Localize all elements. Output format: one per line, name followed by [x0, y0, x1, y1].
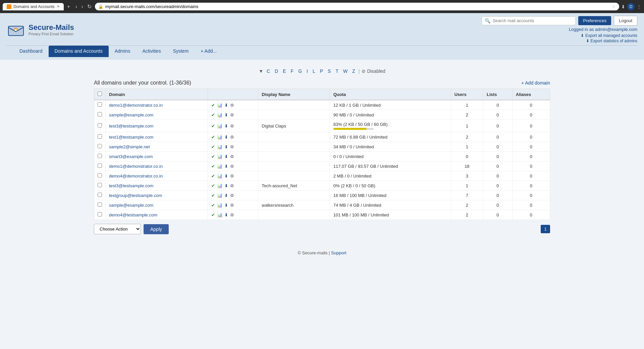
logout-button[interactable]: Logout — [614, 16, 637, 26]
action-gear-0[interactable]: ⚙ — [230, 103, 234, 108]
new-tab-button[interactable]: + — [65, 3, 72, 10]
download-icon[interactable]: ⬇ — [621, 4, 625, 9]
nav-admins[interactable]: Admins — [109, 46, 137, 57]
domain-link-5[interactable]: smart3@example.com — [109, 154, 153, 159]
action-check-9[interactable]: ✔ — [211, 193, 215, 198]
page-1-button[interactable]: 1 — [541, 225, 550, 233]
nav-add[interactable]: + Add... — [195, 46, 223, 57]
filter-d[interactable]: D — [273, 68, 279, 74]
action-gear-9[interactable]: ⚙ — [230, 193, 234, 198]
action-download-0[interactable]: ⬇ — [224, 103, 228, 108]
row-checkbox-7[interactable] — [98, 173, 102, 178]
domain-link-2[interactable]: test3@testsample.com — [109, 123, 153, 129]
filter-z[interactable]: Z — [351, 68, 357, 74]
star-icon[interactable]: ☆ — [612, 4, 616, 9]
action-gear-6[interactable]: ⚙ — [230, 164, 234, 169]
action-check-0[interactable]: ✔ — [211, 103, 215, 108]
action-check-3[interactable]: ✔ — [211, 135, 215, 140]
reload-button[interactable]: ↻ — [86, 2, 93, 11]
filter-p[interactable]: P — [319, 68, 324, 74]
filter-l[interactable]: L — [311, 68, 317, 74]
choose-action-select[interactable]: Choose Action — [94, 224, 141, 234]
action-chart-2[interactable]: 📊 — [217, 123, 222, 129]
action-chart-11[interactable]: 📊 — [217, 212, 222, 217]
action-download-7[interactable]: ⬇ — [224, 173, 228, 179]
action-gear-1[interactable]: ⚙ — [230, 112, 234, 117]
action-check-5[interactable]: ✔ — [211, 154, 215, 159]
action-download-2[interactable]: ⬇ — [224, 123, 228, 129]
tab-close-btn[interactable]: ✕ — [57, 4, 60, 9]
nav-activities[interactable]: Activities — [136, 46, 167, 57]
apply-button[interactable]: Apply — [144, 224, 169, 234]
preferences-button[interactable]: Preferences — [578, 16, 611, 25]
export-stats-link[interactable]: ⬇ Export statistics of admins — [586, 39, 637, 43]
filter-g[interactable]: G — [297, 68, 303, 74]
forward-button[interactable]: › — [80, 2, 84, 11]
filter-c[interactable]: C — [265, 68, 271, 74]
action-chart-9[interactable]: 📊 — [217, 193, 222, 198]
domain-link-8[interactable]: test3@testsample.com — [109, 183, 153, 188]
filter-t[interactable]: T — [334, 68, 340, 74]
row-checkbox-11[interactable] — [98, 212, 102, 216]
search-box[interactable]: 🔍 — [482, 16, 576, 25]
action-chart-6[interactable]: 📊 — [217, 164, 222, 169]
action-gear-3[interactable]: ⚙ — [230, 135, 234, 140]
action-chart-4[interactable]: 📊 — [217, 144, 222, 149]
action-check-10[interactable]: ✔ — [211, 203, 215, 208]
address-bar[interactable] — [105, 4, 610, 9]
nav-domains-accounts[interactable]: Domains and Accounts — [49, 46, 109, 57]
action-check-6[interactable]: ✔ — [211, 164, 215, 169]
filter-disabled[interactable]: ⊘ Disabled — [362, 68, 385, 74]
action-download-4[interactable]: ⬇ — [224, 144, 228, 149]
row-checkbox-4[interactable] — [98, 144, 102, 148]
nav-dashboard[interactable]: Dashboard — [13, 46, 49, 57]
row-checkbox-8[interactable] — [98, 183, 102, 187]
action-gear-7[interactable]: ⚙ — [230, 173, 234, 179]
action-check-4[interactable]: ✔ — [211, 144, 215, 149]
action-chart-10[interactable]: 📊 — [217, 203, 222, 208]
filter-w[interactable]: W — [342, 68, 349, 74]
row-checkbox-9[interactable] — [98, 193, 102, 197]
action-download-6[interactable]: ⬇ — [224, 164, 228, 169]
action-download-10[interactable]: ⬇ — [224, 203, 228, 208]
row-checkbox-0[interactable] — [98, 102, 102, 107]
action-download-9[interactable]: ⬇ — [224, 193, 228, 198]
action-download-1[interactable]: ⬇ — [224, 112, 228, 117]
footer-support-link[interactable]: Support — [331, 250, 346, 255]
action-gear-10[interactable]: ⚙ — [230, 203, 234, 208]
action-download-8[interactable]: ⬇ — [224, 183, 228, 188]
filter-e[interactable]: E — [281, 68, 287, 74]
filter-s[interactable]: S — [326, 68, 332, 74]
filter-f[interactable]: F — [289, 68, 295, 74]
filter-i[interactable]: I — [305, 68, 309, 74]
action-check-11[interactable]: ✔ — [211, 212, 215, 217]
menu-icon[interactable]: ⋮ — [637, 4, 641, 9]
add-domain-button[interactable]: + Add domain — [521, 80, 550, 86]
action-chart-7[interactable]: 📊 — [217, 173, 222, 179]
row-checkbox-6[interactable] — [98, 163, 102, 168]
domain-link-11[interactable]: demo4@testsample.com — [109, 212, 157, 217]
action-check-1[interactable]: ✔ — [211, 112, 215, 117]
row-checkbox-10[interactable] — [98, 202, 102, 207]
domain-link-4[interactable]: sample2@simple.net — [109, 144, 150, 149]
export-managed-link[interactable]: ⬇ Export all managed accounts — [581, 33, 637, 38]
action-gear-11[interactable]: ⚙ — [230, 212, 234, 217]
row-checkbox-1[interactable] — [98, 112, 102, 116]
domain-link-7[interactable]: demo4@demonstrator.co.in — [109, 173, 163, 179]
domain-link-9[interactable]: testgroup@testsample.com — [109, 193, 162, 198]
active-tab[interactable]: Domains and Accounts ✕ — [3, 3, 64, 10]
action-chart-1[interactable]: 📊 — [217, 112, 222, 117]
action-check-8[interactable]: ✔ — [211, 183, 215, 188]
action-gear-4[interactable]: ⚙ — [230, 144, 234, 149]
row-checkbox-2[interactable] — [98, 123, 102, 128]
action-chart-3[interactable]: 📊 — [217, 135, 222, 140]
select-all-checkbox[interactable] — [98, 92, 102, 96]
back-button[interactable]: ‹ — [74, 2, 78, 11]
row-checkbox-5[interactable] — [98, 154, 102, 158]
action-chart-5[interactable]: 📊 — [217, 154, 222, 159]
address-bar-container[interactable]: 🔒 ☆ — [95, 3, 619, 10]
action-check-2[interactable]: ✔ — [211, 123, 215, 129]
domain-link-6[interactable]: demo1@demonstrator.co.in — [109, 164, 163, 169]
domain-link-3[interactable]: test1@testsample.com — [109, 135, 153, 140]
profile-icon[interactable]: D — [627, 3, 635, 10]
